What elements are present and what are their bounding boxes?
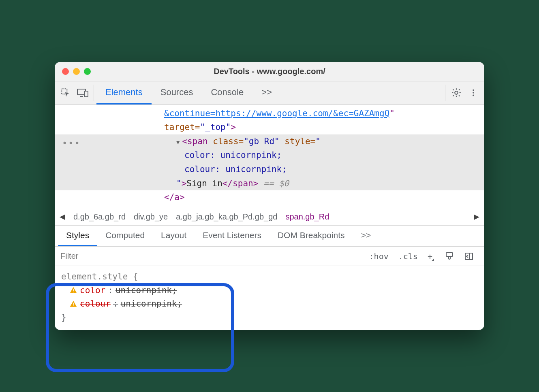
- css-prop: colour: [80, 297, 111, 311]
- tab-elements[interactable]: Elements: [96, 81, 152, 104]
- rule-selector[interactable]: element.style {: [61, 270, 478, 284]
- breadcrumb-item[interactable]: a.gb_ja.gb_ka.gb_Pd.gb_gd: [176, 212, 277, 222]
- svg-rect-3: [84, 91, 88, 97]
- svg-point-4: [455, 91, 458, 94]
- warning-icon: [69, 286, 77, 294]
- breadcrumb: ◀ d.gb_6a.gb_rd div.gb_ye a.gb_ja.gb_ka.…: [55, 208, 484, 226]
- window-title: DevTools - www.google.com/: [214, 67, 325, 76]
- breadcrumb-item[interactable]: d.gb_6a.gb_rd: [73, 212, 126, 222]
- expand-triangle-icon[interactable]: ▼: [176, 139, 180, 145]
- new-style-rule-button[interactable]: +◢: [423, 247, 440, 266]
- paint-brush-icon[interactable]: [440, 247, 459, 266]
- toolbar-divider: [445, 85, 445, 101]
- css-value: unicornpink;: [116, 284, 177, 298]
- css-prop: color: [80, 284, 105, 298]
- subtab-event-listeners[interactable]: Event Listeners: [195, 226, 270, 246]
- ellipsis-icon: •••: [62, 136, 81, 149]
- dom-line[interactable]: target="_top">: [55, 120, 484, 134]
- svg-rect-13: [73, 303, 74, 305]
- breadcrumb-item[interactable]: div.gb_ye: [134, 212, 168, 222]
- toolbar-divider: [94, 85, 94, 101]
- dom-url-fragment: &continue=https://www.google.com/&ec=GAZ…: [164, 109, 389, 118]
- styles-toolbar: :hov .cls +◢: [55, 247, 484, 266]
- css-value: unicornpink;: [121, 297, 182, 311]
- tabs-overflow-button[interactable]: >>: [252, 81, 281, 104]
- dom-selected-node[interactable]: ••• ▼<span class="gb_Rd" style=": [55, 134, 484, 149]
- svg-point-5: [473, 89, 474, 91]
- titlebar: DevTools - www.google.com/: [55, 62, 484, 81]
- devtools-window: DevTools - www.google.com/ Elements Sour…: [55, 62, 484, 330]
- maximize-window-button[interactable]: [84, 68, 91, 75]
- gear-icon[interactable]: [448, 84, 465, 101]
- dom-line[interactable]: </a>: [55, 190, 484, 205]
- styles-filter-input[interactable]: [60, 251, 364, 261]
- close-window-button[interactable]: [62, 68, 69, 75]
- dom-line[interactable]: color: unicornpink;: [55, 148, 484, 162]
- subtabs-overflow-button[interactable]: >>: [353, 226, 379, 246]
- svg-point-6: [473, 92, 474, 94]
- inspect-icon[interactable]: [57, 84, 74, 101]
- device-toggle-icon[interactable]: [74, 84, 91, 101]
- svg-point-7: [473, 95, 474, 96]
- svg-rect-11: [73, 289, 74, 291]
- dom-line[interactable]: &continue=https://www.google.com/&ec=GAZ…: [55, 107, 484, 121]
- css-declaration[interactable]: colour: unicornpink;: [61, 297, 478, 311]
- main-toolbar: Elements Sources Console >>: [55, 81, 484, 105]
- styles-subtabs: Styles Computed Layout Event Listeners D…: [55, 226, 484, 247]
- svg-rect-12: [73, 292, 74, 293]
- css-declaration[interactable]: color: unicornpink;: [61, 284, 478, 298]
- toggle-sidebar-icon[interactable]: [459, 247, 479, 266]
- rule-close-brace: }: [61, 311, 478, 325]
- tab-console[interactable]: Console: [202, 81, 252, 104]
- more-vertical-icon[interactable]: [465, 84, 482, 101]
- breadcrumb-scroll-left[interactable]: ◀: [60, 212, 65, 221]
- toggle-hov-button[interactable]: :hov: [364, 247, 394, 266]
- breadcrumb-item-selected[interactable]: span.gb_Rd: [285, 212, 329, 222]
- minimize-window-button[interactable]: [73, 68, 80, 75]
- subtab-computed[interactable]: Computed: [97, 226, 153, 246]
- traffic-lights: [62, 68, 91, 75]
- dom-tree-panel[interactable]: &continue=https://www.google.com/&ec=GAZ…: [55, 105, 484, 208]
- svg-rect-14: [73, 305, 74, 306]
- subtab-styles[interactable]: Styles: [58, 226, 97, 246]
- main-tabs: Elements Sources Console >>: [96, 81, 281, 104]
- svg-rect-8: [446, 253, 453, 256]
- toggle-cls-button[interactable]: .cls: [394, 247, 423, 266]
- warning-icon: [69, 300, 77, 308]
- styles-rules-panel[interactable]: element.style { color: unicornpink; colo…: [55, 266, 484, 330]
- subtab-layout[interactable]: Layout: [153, 226, 195, 246]
- tab-sources[interactable]: Sources: [152, 81, 202, 104]
- dom-line[interactable]: ">Sign in</span> == $0: [55, 177, 484, 191]
- dom-line[interactable]: colour: unicornpink;: [55, 162, 484, 177]
- subtab-dom-breakpoints[interactable]: DOM Breakpoints: [270, 226, 353, 246]
- breadcrumb-scroll-right[interactable]: ▶: [474, 212, 479, 221]
